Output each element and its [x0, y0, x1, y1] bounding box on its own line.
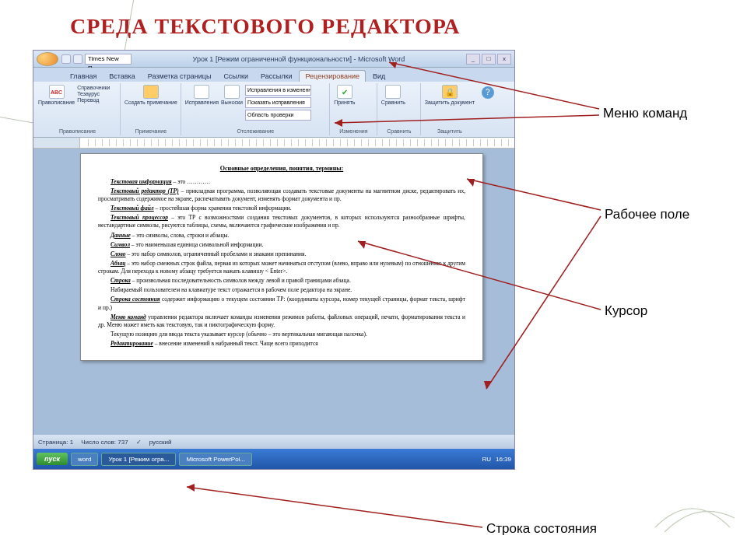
callout-cursor: Курсор [605, 303, 647, 319]
tab-view[interactable]: Вид [367, 71, 391, 82]
tab-review[interactable]: Рецензирование [299, 70, 366, 82]
maximize-button[interactable]: □ [482, 54, 496, 65]
doc-heading: Основные определения, понятия, термины: [98, 165, 465, 173]
status-proof-icon[interactable]: ✓ [136, 439, 142, 446]
balloon-icon [224, 85, 240, 99]
help-button[interactable]: ? [482, 86, 494, 99]
research-button[interactable]: Справочники [77, 85, 110, 90]
group-comments-label: Примечание [124, 128, 177, 134]
status-words[interactable]: Число слов: 737 [81, 439, 128, 446]
group-protect-label: Защитить [425, 128, 475, 134]
lock-icon: 🔒 [442, 85, 458, 99]
ribbon-tabs: Главная Вставка Разметка страницы Ссылки… [33, 68, 514, 82]
close-button[interactable]: x [497, 54, 511, 65]
window-title: Урок 1 [Режим ограниченной функционально… [132, 55, 466, 63]
abc-icon: ABC [49, 85, 65, 99]
thesaurus-button[interactable]: Тезаурус [77, 91, 110, 96]
group-changes-label: Изменения [334, 128, 374, 134]
system-tray[interactable]: RU 16:39 [482, 456, 511, 463]
slide-corner-decoration [646, 443, 739, 537]
tab-home[interactable]: Главная [65, 71, 102, 82]
tab-insert[interactable]: Вставка [103, 71, 140, 82]
title-bar: Times New R… Урок 1 [Режим ограниченной … [33, 51, 514, 68]
track-changes-button[interactable]: Исправления [185, 85, 219, 122]
document-page[interactable]: Основные определения, понятия, термины: … [80, 153, 483, 361]
document-area[interactable]: Основные определения, понятия, термины: … [33, 149, 514, 435]
tab-references[interactable]: Ссылки [218, 71, 254, 82]
group-proofing-label: Правописание [38, 128, 117, 134]
status-language[interactable]: русский [149, 439, 172, 446]
callout-workspace: Рабочее поле [605, 207, 689, 222]
reviewing-pane-dropdown[interactable]: Область проверки [245, 110, 311, 121]
group-compare-label: Сравнить [381, 128, 417, 134]
tray-clock: 16:39 [496, 456, 511, 463]
start-button[interactable]: пуск [37, 453, 68, 465]
callout-menu: Меню команд [603, 106, 687, 121]
protect-button[interactable]: 🔒Защитить документ [425, 85, 475, 105]
tray-language[interactable]: RU [482, 456, 491, 463]
display-mode-dropdown[interactable]: Исправления в измененном документе [245, 85, 311, 96]
quick-access-toolbar: Times New R… [61, 54, 132, 65]
horizontal-ruler[interactable] [33, 138, 514, 149]
comment-icon [143, 85, 159, 99]
balloons-button[interactable]: Выноски [221, 85, 243, 122]
accept-button[interactable]: ✔Принять [334, 85, 356, 105]
font-selector[interactable]: Times New R… [85, 54, 132, 65]
accept-icon: ✔ [337, 85, 352, 99]
undo-icon[interactable] [73, 54, 82, 64]
translate-button[interactable]: Перевод [77, 97, 110, 103]
taskbar-word[interactable]: word [71, 453, 98, 466]
svg-line-10 [187, 487, 482, 527]
status-bar: Страница: 1 Число слов: 737 ✓ русский [33, 435, 514, 449]
compare-icon [385, 85, 401, 99]
office-button[interactable] [37, 52, 58, 66]
new-comment-button[interactable]: Создать примечание [124, 85, 177, 105]
tab-layout[interactable]: Разметка страницы [142, 71, 217, 82]
svg-marker-11 [187, 484, 195, 492]
spellcheck-button[interactable]: ABCПравописание [38, 85, 75, 105]
callout-statusbar: Строка состояния [486, 521, 597, 537]
taskbar-doc[interactable]: Урок 1 [Режим огра... [101, 453, 176, 466]
ribbon: ABCПравописание Справочники Тезаурус Пер… [33, 82, 514, 138]
windows-taskbar: пуск word Урок 1 [Режим огра... Microsof… [33, 449, 514, 469]
save-icon[interactable] [61, 54, 71, 64]
track-icon [194, 85, 209, 99]
tab-mailings[interactable]: Рассылки [255, 71, 297, 82]
compare-button[interactable]: Сравнить [381, 85, 405, 105]
taskbar-ppt[interactable]: Microsoft PowerPoi... [179, 453, 252, 466]
minimize-button[interactable]: _ [466, 54, 480, 65]
show-markup-dropdown[interactable]: Показать исправления [245, 97, 311, 108]
status-page[interactable]: Страница: 1 [38, 439, 73, 446]
word-window: Times New R… Урок 1 [Режим ограниченной … [33, 50, 515, 470]
group-tracking-label: Отслеживание [185, 128, 326, 134]
